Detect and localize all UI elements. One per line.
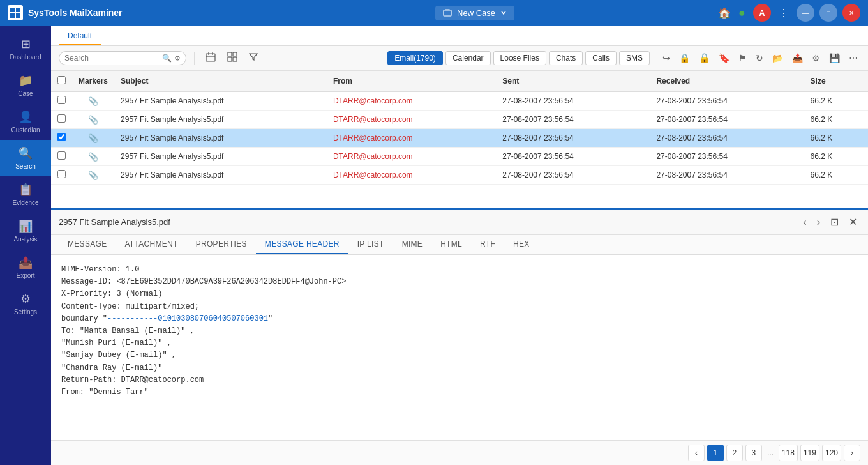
nav-icons: 🏠 ● A ⋮ (718, 4, 789, 22)
markers-header[interactable]: Markers (72, 71, 114, 92)
filter-email-button[interactable]: Email(1790) (387, 51, 443, 65)
more-options-button[interactable]: ⋯ (846, 52, 860, 65)
tab-message-header[interactable]: MESSAGE HEADER (256, 235, 348, 254)
pagination-ellipsis: ... (765, 448, 776, 457)
sidebar-item-custodian[interactable]: 👤 Custodian (0, 103, 51, 140)
row-from: DTARR@catocorp.com (327, 92, 496, 111)
table-row[interactable]: 📎 2957 Fit Sample Analysis5.pdf DTARR@ca… (51, 129, 868, 148)
preview-navigation: ‹ › ⊡ ✕ (800, 215, 860, 229)
sidebar-item-settings[interactable]: ⚙ Settings (0, 286, 51, 322)
reply-button[interactable]: ↪ (660, 52, 673, 65)
tab-mime[interactable]: MIME (393, 235, 432, 254)
subject-header[interactable]: Subject (114, 71, 327, 92)
tab-hex[interactable]: HEX (504, 235, 539, 254)
sent-header[interactable]: Sent (496, 71, 650, 92)
tab-default[interactable]: Default (59, 27, 101, 45)
received-header[interactable]: Received (650, 71, 804, 92)
page-119-button[interactable]: 119 (800, 445, 819, 461)
row-received: 27-08-2007 23:56:54 (650, 129, 804, 148)
tab-message[interactable]: MESSAGE (59, 235, 116, 254)
attachment-icon: 📎 (88, 152, 98, 162)
prev-message-button[interactable]: ‹ (800, 215, 809, 229)
sidebar-item-analysis[interactable]: 📊 Analysis (0, 213, 51, 249)
page-2-button[interactable]: 2 (726, 445, 743, 461)
avatar[interactable]: A (753, 4, 771, 22)
row-checkbox-cell[interactable] (51, 111, 72, 129)
page-1-button[interactable]: 1 (707, 445, 724, 461)
search-settings-icon[interactable]: ⚙ (174, 54, 181, 63)
sidebar-label-custodian: Custodian (11, 126, 40, 133)
row-checkbox[interactable] (57, 170, 66, 178)
expand-preview-button[interactable]: ⊡ (827, 215, 842, 229)
search-input[interactable] (64, 54, 162, 63)
tab-properties[interactable]: PROPERTIES (187, 235, 256, 254)
unlock-button[interactable]: 🔓 (696, 52, 712, 65)
size-header[interactable]: Size (804, 71, 868, 92)
more-icon[interactable]: ⋮ (779, 7, 789, 19)
pagination: ‹ 1 2 3 ... 118 119 120 › (51, 440, 868, 465)
tab-ip-list[interactable]: IP LIST (348, 235, 393, 254)
select-all-header[interactable] (51, 71, 72, 92)
row-checkbox-cell[interactable] (51, 129, 72, 148)
search-box: 🔍 ⚙ (59, 51, 186, 65)
filter-loose-files-button[interactable]: Loose Files (493, 51, 546, 65)
page-3-button[interactable]: 3 (745, 445, 762, 461)
calendar-view-button[interactable] (202, 50, 219, 66)
table-row[interactable]: 📎 2957 Fit Sample Analysis5.pdf DTARR@ca… (51, 111, 868, 129)
prev-page-button[interactable]: ‹ (688, 445, 705, 461)
lock-button[interactable]: 🔒 (677, 52, 692, 65)
save-button[interactable]: 💾 (827, 52, 842, 65)
tab-html[interactable]: HTML (431, 235, 471, 254)
row-checkbox[interactable] (57, 133, 66, 141)
select-all-checkbox[interactable] (57, 76, 66, 84)
preview-content: MIME-Version: 1.0Message-ID: <87EE69E352… (51, 255, 868, 440)
refresh-button[interactable]: ↻ (753, 52, 766, 65)
row-checkbox-cell[interactable] (51, 166, 72, 185)
grid-view-button[interactable] (224, 50, 241, 66)
page-118-button[interactable]: 118 (779, 445, 798, 461)
filter-button[interactable] (246, 50, 261, 66)
next-message-button[interactable]: › (814, 215, 823, 229)
table-row[interactable]: 📎 2957 Fit Sample Analysis5.pdf DTARR@ca… (51, 148, 868, 166)
dropdown-icon[interactable] (500, 10, 507, 16)
close-preview-button[interactable]: ✕ (846, 215, 860, 229)
close-button[interactable]: ✕ (842, 4, 860, 22)
filter-icon (249, 52, 258, 61)
maximize-button[interactable]: □ (819, 4, 837, 22)
row-checkbox-cell[interactable] (51, 92, 72, 111)
page-120-button[interactable]: 120 (822, 445, 841, 461)
sidebar-item-evidence[interactable]: 📋 Evidence (0, 176, 51, 213)
settings-btn[interactable]: ⚙ (809, 52, 823, 65)
row-checkbox-cell[interactable] (51, 148, 72, 166)
filter-calendar-button[interactable]: Calendar (445, 51, 491, 65)
row-sent: 27-08-2007 23:56:54 (496, 129, 650, 148)
sidebar-item-dashboard[interactable]: ⊞ Dashboard (0, 31, 51, 67)
tab-rtf[interactable]: RTF (471, 235, 504, 254)
table-row[interactable]: 📎 2957 Fit Sample Analysis5.pdf DTARR@ca… (51, 166, 868, 185)
sidebar-item-search[interactable]: 🔍 Search (0, 140, 51, 176)
row-checkbox[interactable] (57, 151, 66, 160)
row-checkbox[interactable] (57, 114, 66, 123)
folder-button[interactable]: 📂 (770, 52, 786, 65)
sidebar-item-export[interactable]: 📤 Export (0, 249, 51, 286)
tab-attachment[interactable]: ATTACHMENT (116, 235, 186, 254)
filter-calls-button[interactable]: Calls (585, 51, 617, 65)
sidebar-item-case[interactable]: 📁 Case (0, 67, 51, 103)
export-btn[interactable]: 📤 (789, 52, 805, 65)
flag-button[interactable]: ⚑ (736, 52, 749, 65)
svg-rect-2 (10, 13, 15, 18)
row-sent: 27-08-2007 23:56:54 (496, 111, 650, 129)
minimize-button[interactable]: — (797, 4, 814, 22)
row-checkbox[interactable] (57, 96, 66, 104)
filter-sms-button[interactable]: SMS (619, 51, 650, 65)
filter-chats-button[interactable]: Chats (549, 51, 583, 65)
table-row[interactable]: 📎 2957 Fit Sample Analysis5.pdf DTARR@ca… (51, 92, 868, 111)
next-page-button[interactable]: › (844, 445, 860, 461)
case-folder-icon: 📁 (19, 73, 33, 88)
home-icon[interactable]: 🏠 (718, 7, 731, 19)
svg-rect-5 (206, 54, 215, 61)
search-icon[interactable]: 🔍 (162, 54, 172, 63)
svg-rect-1 (16, 8, 20, 12)
from-header[interactable]: From (327, 71, 496, 92)
bookmark-button[interactable]: 🔖 (716, 52, 732, 65)
